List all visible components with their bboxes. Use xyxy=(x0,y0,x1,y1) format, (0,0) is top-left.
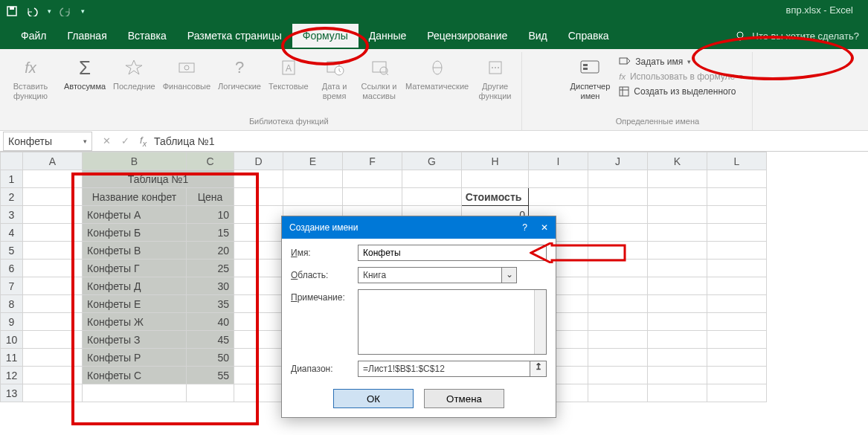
ribbon: fx Вставить функцию Σ Автосумма Последни… xyxy=(0,49,868,131)
new-name-dialog: Создание имени ? ✕ Имя: Область: Книга⌄ … xyxy=(281,216,556,418)
svg-point-18 xyxy=(498,67,499,68)
tab-formulas[interactable]: Формулы xyxy=(292,24,359,48)
star-icon xyxy=(121,55,147,80)
svg-rect-20 xyxy=(583,64,588,66)
insert-function-button[interactable]: fx Вставить функцию xyxy=(9,52,52,129)
column-headers[interactable]: A B C DEF GHI JKL xyxy=(1,152,767,170)
date-time-button[interactable]: Дата и время xyxy=(313,52,356,115)
svg-text:A: A xyxy=(286,63,292,74)
undo-icon[interactable] xyxy=(25,6,40,16)
name-input[interactable] xyxy=(358,245,547,261)
svg-rect-1 xyxy=(10,7,14,10)
window-title: впр.xlsx - Excel xyxy=(785,4,853,16)
grid-icon xyxy=(619,86,629,97)
formula-input[interactable]: Таблица №1 xyxy=(154,135,215,147)
fx-icon: fx xyxy=(18,55,43,80)
close-icon[interactable]: ✕ xyxy=(541,222,548,233)
money-icon xyxy=(174,55,199,80)
enter-icon[interactable]: ✓ xyxy=(121,135,129,146)
tab-file[interactable]: Файл xyxy=(10,24,57,48)
lookup-icon xyxy=(367,55,392,80)
range-label: Диапазон: xyxy=(291,361,358,374)
bulb-icon xyxy=(734,30,746,42)
name-label: Имя: xyxy=(291,245,358,258)
lookup-button[interactable]: Ссылки и массивы xyxy=(358,52,401,115)
tab-data[interactable]: Данные xyxy=(359,24,417,48)
math-button[interactable]: Математические xyxy=(402,52,472,115)
use-in-formula-button[interactable]: fx Использовать в формуле▾ xyxy=(619,71,743,82)
tab-view[interactable]: Вид xyxy=(518,24,557,48)
name-manager-icon xyxy=(577,55,602,80)
range-input[interactable]: =Лист1!$B$1:$C$12 xyxy=(358,361,530,377)
text-button[interactable]: A Текстовые xyxy=(266,52,312,115)
undo-dropdown-icon[interactable]: ▾ xyxy=(48,7,51,15)
cancel-icon[interactable]: ✕ xyxy=(103,135,111,146)
svg-rect-21 xyxy=(583,68,588,70)
chevron-down-icon[interactable]: ⌄ xyxy=(502,267,517,283)
function-library-caption: Библиотека функций xyxy=(249,115,329,129)
fx-small-icon: fx xyxy=(619,72,626,81)
financial-button[interactable]: Финансовые xyxy=(160,52,213,115)
recently-used-button[interactable]: Последние xyxy=(110,52,158,115)
ribbon-tabs: Файл Главная Вставка Разметка страницы Ф… xyxy=(0,22,868,49)
scrollbar[interactable] xyxy=(534,290,546,354)
qat-customize-icon[interactable]: ▾ xyxy=(81,7,85,15)
scope-select[interactable]: Книга⌄ xyxy=(358,267,517,283)
dialog-titlebar[interactable]: Создание имени ? ✕ xyxy=(282,216,556,239)
chevron-down-icon[interactable]: ▾ xyxy=(83,138,87,145)
help-icon[interactable]: ? xyxy=(522,222,527,233)
scope-label: Область: xyxy=(291,267,358,280)
table-row[interactable]: 1Таблица №1 xyxy=(1,170,767,188)
ok-button[interactable]: ОК xyxy=(333,389,414,408)
fx-icon[interactable]: fx xyxy=(140,135,147,148)
logical-button[interactable]: ? Логические xyxy=(215,52,264,115)
svg-point-17 xyxy=(495,67,496,68)
theta-icon xyxy=(425,55,450,80)
autosum-button[interactable]: Σ Автосумма xyxy=(61,52,109,115)
tab-page-layout[interactable]: Разметка страницы xyxy=(177,24,292,48)
svg-rect-19 xyxy=(581,61,599,73)
formula-bar: Конфеты▾ ✕ ✓ fx Таблица №1 xyxy=(0,131,868,152)
table-row[interactable]: 2Название конфетЦенаСтоимость xyxy=(1,188,767,206)
svg-rect-23 xyxy=(620,87,629,96)
svg-point-2 xyxy=(737,32,743,38)
tell-me-input[interactable]: Что вы хотите сделать? xyxy=(752,30,859,42)
clock-icon xyxy=(322,55,347,80)
text-icon: A xyxy=(276,55,301,80)
tab-help[interactable]: Справка xyxy=(558,24,620,48)
svg-rect-22 xyxy=(620,58,627,64)
more-icon xyxy=(483,55,508,80)
range-picker-icon[interactable]: ↥ xyxy=(530,361,547,377)
svg-point-5 xyxy=(184,65,189,70)
more-functions-button[interactable]: Другие функции xyxy=(474,52,517,115)
create-from-selection-button[interactable]: Создать из выделенного xyxy=(619,86,743,97)
sigma-icon: Σ xyxy=(72,55,97,80)
comment-textarea[interactable] xyxy=(358,289,547,355)
svg-rect-4 xyxy=(179,63,194,72)
dialog-title: Создание имени xyxy=(289,222,358,233)
comment-label: Примечание: xyxy=(291,289,358,303)
tag-icon xyxy=(619,57,631,67)
quick-access-toolbar: ▾ ▾ впр.xlsx - Excel xyxy=(0,0,868,22)
svg-point-16 xyxy=(492,67,493,68)
cancel-button[interactable]: Отмена xyxy=(424,389,504,408)
save-icon[interactable] xyxy=(6,5,18,17)
tab-home[interactable]: Главная xyxy=(57,24,117,48)
define-name-button[interactable]: Задать имя▾ xyxy=(619,57,743,67)
name-manager-button[interactable]: Диспетчер имен xyxy=(568,52,614,115)
question-icon: ? xyxy=(227,55,252,80)
svg-line-12 xyxy=(386,73,388,75)
tab-review[interactable]: Рецензирование xyxy=(417,24,518,48)
name-box[interactable]: Конфеты▾ xyxy=(3,132,92,151)
defined-names-caption: Определенные имена xyxy=(616,115,699,129)
redo-icon[interactable] xyxy=(59,6,74,16)
tab-insert[interactable]: Вставка xyxy=(118,24,177,48)
